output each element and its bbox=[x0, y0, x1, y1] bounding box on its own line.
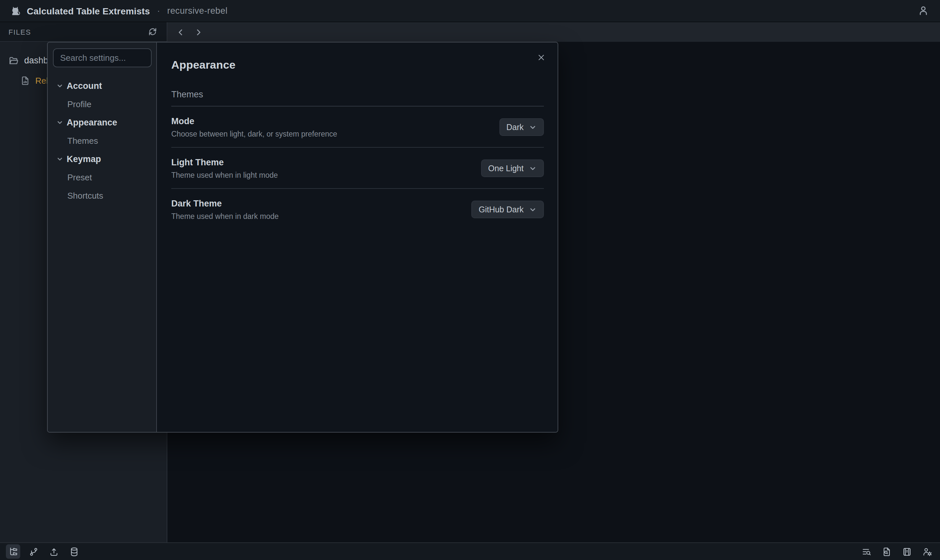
library-icon bbox=[902, 547, 912, 556]
setting-label: Dark Theme bbox=[171, 198, 279, 208]
setting-description: Choose between light, dark, or system pr… bbox=[171, 130, 337, 138]
library-button[interactable] bbox=[900, 544, 914, 559]
setting-label: Mode bbox=[171, 116, 337, 126]
chevron-down-icon bbox=[56, 155, 63, 162]
settings-nav-panel: Account Profile Appearance Themes bbox=[48, 43, 157, 432]
dropdown-value: Dark bbox=[506, 123, 524, 132]
database-icon bbox=[69, 547, 79, 556]
files-panel-label: FILES bbox=[9, 28, 145, 35]
settings-nav-profile[interactable]: Profile bbox=[48, 95, 156, 113]
user-settings-button[interactable] bbox=[920, 544, 934, 559]
chevron-down-icon bbox=[529, 123, 537, 131]
setting-row-dark-theme: Dark Theme Theme used when in dark mode … bbox=[171, 189, 544, 229]
close-settings-button[interactable] bbox=[533, 50, 549, 65]
nav-item-label: Profile bbox=[67, 99, 91, 109]
dark-theme-dropdown[interactable]: GitHub Dark bbox=[471, 201, 544, 218]
app-window: Calculated Table Extremists · recursive-… bbox=[0, 0, 940, 560]
person-icon bbox=[917, 5, 929, 16]
user-cog-icon bbox=[922, 547, 932, 556]
mode-dropdown[interactable]: Dark bbox=[499, 118, 544, 136]
setting-label: Light Theme bbox=[171, 157, 278, 167]
file-search-button[interactable] bbox=[879, 544, 894, 559]
refresh-icon bbox=[147, 27, 157, 37]
title-separator: · bbox=[156, 6, 162, 16]
folder-open-icon bbox=[9, 55, 19, 66]
dropdown-value: One Light bbox=[488, 164, 524, 173]
settings-nav-shortcuts[interactable]: Shortcuts bbox=[48, 186, 156, 205]
settings-modal: Account Profile Appearance Themes bbox=[47, 42, 558, 432]
app-title: Calculated Table Extremists bbox=[27, 6, 150, 16]
light-theme-dropdown[interactable]: One Light bbox=[481, 160, 544, 177]
section-label-themes: Themes bbox=[171, 89, 544, 99]
nav-item-label: Themes bbox=[67, 135, 98, 145]
nav-section-label: Appearance bbox=[67, 117, 117, 127]
chevron-right-icon bbox=[193, 27, 203, 37]
settings-nav-keymap[interactable]: Keymap bbox=[48, 150, 156, 168]
nav-section-label: Keymap bbox=[67, 154, 101, 164]
search-settings-input[interactable] bbox=[53, 48, 152, 67]
database-button[interactable] bbox=[67, 544, 81, 559]
settings-nav-preset[interactable]: Preset bbox=[48, 168, 156, 186]
nav-back-button[interactable] bbox=[173, 24, 188, 40]
files-sidebar-header: FILES bbox=[0, 22, 167, 42]
setting-description: Theme used when in light mode bbox=[171, 171, 278, 179]
git-branch-button[interactable] bbox=[26, 544, 40, 559]
setting-row-mode: Mode Choose between light, dark, or syst… bbox=[171, 106, 544, 148]
file-chart-icon bbox=[20, 76, 30, 86]
chevron-down-icon bbox=[56, 82, 63, 89]
refresh-files-button[interactable] bbox=[145, 24, 160, 40]
chevron-down-icon bbox=[529, 206, 537, 213]
nav-section-label: Account bbox=[67, 81, 102, 91]
chevron-down-icon bbox=[529, 165, 537, 172]
nav-item-label: Shortcuts bbox=[67, 191, 103, 200]
page-title: Appearance bbox=[171, 59, 544, 72]
settings-nav-list: Account Profile Appearance Themes bbox=[48, 71, 156, 205]
list-search-button[interactable] bbox=[859, 544, 873, 559]
chevron-down-icon bbox=[56, 118, 63, 126]
upload-icon bbox=[49, 547, 59, 556]
nav-item-label: Preset bbox=[67, 172, 92, 182]
upload-button[interactable] bbox=[46, 544, 61, 559]
nav-forward-button[interactable] bbox=[190, 24, 206, 40]
close-icon bbox=[537, 53, 546, 62]
chevron-left-icon bbox=[176, 27, 185, 37]
nav-toolbar bbox=[167, 22, 940, 42]
files-panel-toggle-button[interactable] bbox=[6, 544, 20, 559]
setting-row-light-theme: Light Theme Theme used when in light mod… bbox=[171, 148, 544, 189]
workspace-name: recursive-rebel bbox=[167, 6, 228, 16]
git-branch-icon bbox=[28, 547, 38, 556]
settings-nav-appearance[interactable]: Appearance bbox=[48, 113, 156, 131]
settings-content-panel: Appearance Themes Mode Choose between li… bbox=[157, 43, 558, 432]
top-bar: Calculated Table Extremists · recursive-… bbox=[0, 0, 940, 22]
user-menu-button[interactable] bbox=[915, 3, 931, 18]
cat-logo-icon bbox=[10, 5, 21, 16]
settings-nav-themes[interactable]: Themes bbox=[48, 131, 156, 150]
setting-description: Theme used when in dark mode bbox=[171, 212, 279, 220]
status-bar bbox=[0, 542, 940, 560]
folder-tree-icon bbox=[8, 547, 18, 556]
dropdown-value: GitHub Dark bbox=[479, 205, 524, 214]
settings-nav-account[interactable]: Account bbox=[48, 77, 156, 95]
file-search-icon bbox=[881, 547, 891, 556]
list-search-icon bbox=[861, 547, 871, 556]
